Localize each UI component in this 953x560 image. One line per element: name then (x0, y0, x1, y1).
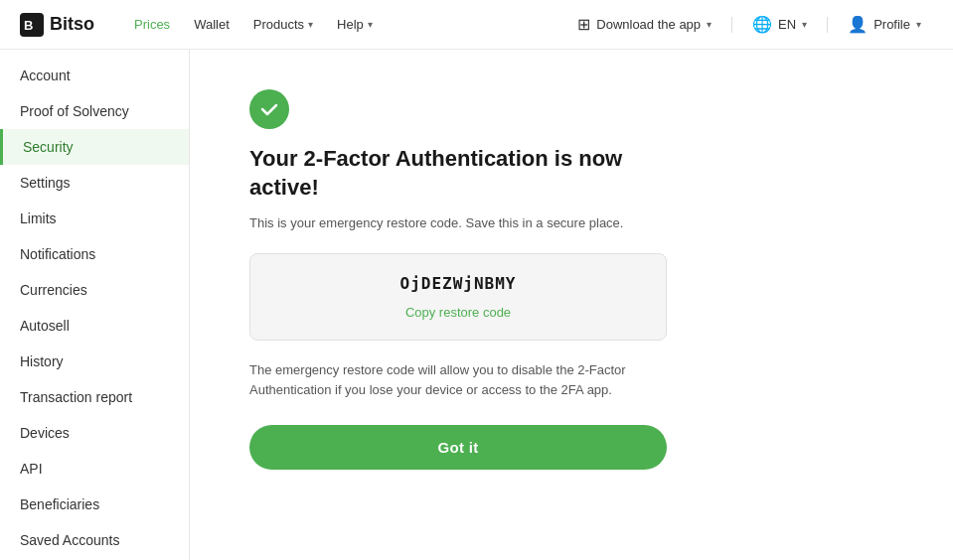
globe-icon: 🌐 (752, 15, 772, 34)
profile-button[interactable]: 👤 Profile ▾ (836, 9, 933, 40)
got-it-button[interactable]: Got it (249, 425, 667, 470)
nav-divider (731, 17, 732, 33)
2fa-success-box: Your 2-Factor Authentication is now acti… (249, 89, 667, 470)
lang-chevron-icon: ▾ (802, 19, 807, 30)
nav-links: Prices Wallet Products ▾ Help ▾ (124, 13, 565, 36)
svg-text:B: B (24, 18, 33, 33)
nav-prices[interactable]: Prices (124, 13, 180, 36)
nav-help[interactable]: Help ▾ (327, 13, 383, 36)
success-icon (249, 89, 289, 129)
nav-divider-2 (827, 17, 828, 33)
sidebar-item-proof-of-solvency[interactable]: Proof of Solvency (0, 93, 189, 129)
copy-restore-code-button[interactable]: Copy restore code (405, 305, 511, 320)
sidebar-item-devices[interactable]: Devices (0, 415, 189, 451)
logo[interactable]: B Bitso (20, 13, 94, 37)
emergency-note-text: The emergency restore code will allow yo… (249, 360, 667, 402)
nav-wallet[interactable]: Wallet (184, 13, 239, 36)
top-nav: B Bitso Prices Wallet Products ▾ Help ▾ … (0, 0, 953, 50)
main-content: Your 2-Factor Authentication is now acti… (190, 50, 953, 560)
grid-icon: ⊞ (577, 15, 590, 34)
download-chevron-icon: ▾ (707, 19, 712, 30)
restore-code-value: OjDEZWjNBMY (400, 274, 517, 293)
sidebar-item-autosell[interactable]: Autosell (0, 308, 189, 344)
logo-text: Bitso (50, 14, 94, 35)
download-app-button[interactable]: ⊞ Download the app ▾ (565, 9, 723, 40)
nav-right: ⊞ Download the app ▾ 🌐 EN ▾ 👤 Profile ▾ (565, 9, 933, 40)
language-button[interactable]: 🌐 EN ▾ (740, 9, 819, 40)
checkmark-icon (258, 98, 280, 120)
sidebar-item-history[interactable]: History (0, 344, 189, 379)
sidebar-item-notifications[interactable]: Notifications (0, 236, 189, 272)
help-chevron-icon: ▾ (368, 19, 373, 30)
sidebar: Account Proof of Solvency Security Setti… (0, 50, 190, 560)
sidebar-item-limits[interactable]: Limits (0, 201, 189, 236)
sidebar-item-currencies[interactable]: Currencies (0, 272, 189, 308)
user-icon: 👤 (848, 15, 868, 34)
sidebar-item-beneficiaries[interactable]: Beneficiaries (0, 487, 189, 522)
nav-products[interactable]: Products ▾ (243, 13, 323, 36)
sidebar-item-api[interactable]: API (0, 451, 189, 487)
sidebar-item-settings[interactable]: Settings (0, 165, 189, 201)
products-chevron-icon: ▾ (308, 19, 313, 30)
sidebar-item-transaction-report[interactable]: Transaction report (0, 379, 189, 415)
restore-code-box: OjDEZWjNBMY Copy restore code (249, 253, 667, 341)
sidebar-item-security[interactable]: Security (0, 129, 189, 165)
layout: Account Proof of Solvency Security Setti… (0, 50, 953, 560)
sidebar-item-saved-accounts[interactable]: Saved Accounts (0, 522, 189, 558)
bitso-logo-icon: B (20, 13, 44, 37)
sidebar-item-account[interactable]: Account (0, 58, 189, 93)
page-title: Your 2-Factor Authentication is now acti… (249, 145, 667, 202)
description-text: This is your emergency restore code. Sav… (249, 213, 667, 233)
profile-chevron-icon: ▾ (916, 19, 921, 30)
